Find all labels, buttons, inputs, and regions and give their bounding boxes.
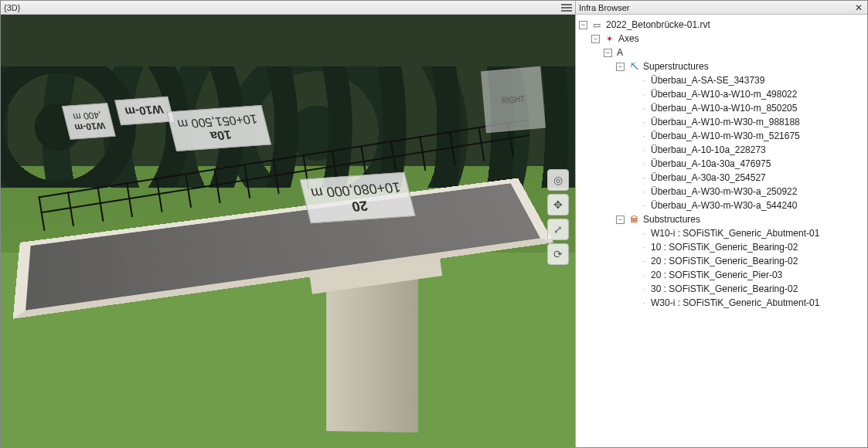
superstructures-icon: ⛏ bbox=[628, 60, 640, 73]
tree-axis-a-label: A bbox=[615, 46, 625, 59]
tree-super-item-2[interactable]: ·Überbau_A-W10-a-W10-m_850205 bbox=[628, 101, 866, 115]
viewport-menu-icon[interactable] bbox=[561, 4, 572, 12]
tree-item-label: 30 : SOFiSTiK_Generic_Bearing-02 bbox=[649, 282, 799, 296]
bridge-pier bbox=[326, 277, 418, 433]
tree-connector-icon: · bbox=[640, 254, 648, 268]
tree-connector-icon: · bbox=[640, 240, 648, 254]
tree-super-item-7[interactable]: ·Überbau_A-30a-30_254527 bbox=[628, 171, 866, 185]
tree-item-label: Überbau_A-10-10a_228273 bbox=[649, 143, 768, 157]
tree-axis-a[interactable]: − A − ⛏ Superstructures bbox=[604, 46, 866, 310]
tree-connector-icon: · bbox=[640, 73, 648, 87]
station-label-20: 20 10+080,000 m bbox=[304, 175, 412, 220]
tree-super-item-5[interactable]: ·Überbau_A-10-10a_228273 bbox=[628, 143, 866, 157]
tree-connector-icon: · bbox=[640, 171, 648, 185]
tree-substructures[interactable]: − 🏛 Substructures ·W10-i : SOFiSTiK_Gene… bbox=[616, 212, 866, 310]
tree-sub-item-0[interactable]: ·W10-i : SOFiSTiK_Generic_Abutment-01 bbox=[628, 226, 866, 240]
viewport-pane: {3D} W10-m ,400 m W10-m bbox=[1, 1, 576, 447]
tree-sub-label: Substructures bbox=[642, 212, 702, 226]
substructures-icon: 🏛 bbox=[628, 213, 640, 226]
collapse-icon[interactable]: − bbox=[616, 63, 625, 71]
tree-connector-icon: · bbox=[640, 129, 648, 143]
collapse-icon[interactable]: − bbox=[604, 49, 612, 57]
tree-super-item-1[interactable]: ·Überbau_A-W10-a-W10-m_498022 bbox=[628, 87, 866, 101]
collapse-icon[interactable]: − bbox=[591, 35, 600, 43]
infra-browser-tree: − ▭ 2022_Betonbrücke-01.rvt − ✶ Axes bbox=[576, 15, 867, 313]
infra-browser-header: Infra Browser ✕ bbox=[576, 1, 867, 15]
collapse-icon[interactable]: − bbox=[579, 21, 587, 29]
tree-item-label: Überbau_A-30a-30_254527 bbox=[649, 171, 768, 185]
tree-connector-icon: · bbox=[640, 143, 648, 157]
view-controls: ◎ ✥ ⤢ ⟳ bbox=[547, 169, 569, 265]
tree-connector-icon: · bbox=[640, 268, 648, 282]
tree-item-label: W10-i : SOFiSTiK_Generic_Abutment-01 bbox=[649, 226, 821, 240]
infra-browser-pane: Infra Browser ✕ − ▭ 2022_Betonbrücke-01.… bbox=[576, 1, 867, 447]
tree-item-label: Überbau_A-W30-m-W30-a_250922 bbox=[649, 185, 798, 199]
tree-super-label: Superstructures bbox=[642, 59, 710, 73]
tree-item-label: Überbau_A-W10-a-W10-m_850205 bbox=[649, 101, 798, 115]
station-label-10a: 10a 10+051,500 m bbox=[171, 108, 267, 148]
axes-icon: ✶ bbox=[603, 32, 615, 45]
tree-super-item-6[interactable]: ·Überbau_A-10a-30a_476975 bbox=[628, 157, 866, 171]
close-icon[interactable]: ✕ bbox=[853, 2, 864, 13]
tree-sub-item-2[interactable]: ·20 : SOFiSTiK_Generic_Bearing-02 bbox=[628, 254, 866, 268]
tree-connector-icon: · bbox=[640, 199, 648, 212]
tree-root-label: 2022_Betonbrücke-01.rvt bbox=[604, 18, 712, 32]
tree-item-label: Überbau_A-W10-m-W30-m_521675 bbox=[649, 129, 802, 143]
tree-connector-icon: · bbox=[640, 282, 648, 296]
tree-sub-item-4[interactable]: ·30 : SOFiSTiK_Generic_Bearing-02 bbox=[628, 282, 866, 296]
viewport-title: {3D} bbox=[4, 3, 20, 12]
station-label-w10m-b: W10-m bbox=[118, 100, 170, 122]
tree-connector-icon: · bbox=[640, 87, 648, 101]
pan-button[interactable]: ✥ bbox=[547, 194, 569, 216]
zoom-button[interactable]: ⤢ bbox=[547, 219, 569, 240]
tree-item-label: Überbau_A-10a-30a_476975 bbox=[649, 157, 772, 171]
tree-super-item-8[interactable]: ·Überbau_A-W30-m-W30-a_250922 bbox=[628, 185, 866, 199]
tree-connector-icon: · bbox=[640, 101, 648, 115]
tree-item-label: 20 : SOFiSTiK_Generic_Pier-03 bbox=[649, 268, 784, 282]
tree-root[interactable]: − ▭ 2022_Betonbrücke-01.rvt − ✶ Axes bbox=[579, 18, 866, 310]
viewport-3d-canvas[interactable]: W10-m ,400 m W10-m 10a 10+051,500 m 20 1… bbox=[1, 15, 575, 447]
tree-connector-icon: · bbox=[640, 296, 648, 310]
station-label-w10m-a: W10-m ,400 m bbox=[66, 106, 112, 136]
tree-item-label: Überbau_A-W30-m-W30-a_544240 bbox=[649, 199, 798, 212]
tree-connector-icon: · bbox=[640, 157, 648, 171]
tree-connector-icon: · bbox=[640, 226, 648, 240]
tree-item-label: Überbau_A-W10-m-W30-m_988188 bbox=[649, 115, 802, 129]
document-icon: ▭ bbox=[591, 19, 603, 31]
steering-wheels-button[interactable]: ◎ bbox=[547, 169, 569, 191]
tree-super-item-3[interactable]: ·Überbau_A-W10-m-W30-m_988188 bbox=[628, 115, 866, 129]
viewport-header: {3D} bbox=[1, 1, 575, 15]
tree-axes[interactable]: − ✶ Axes − A bbox=[591, 32, 866, 310]
tree-connector-icon: · bbox=[640, 115, 648, 129]
tree-super-item-4[interactable]: ·Überbau_A-W10-m-W30-m_521675 bbox=[628, 129, 866, 143]
tree-connector-icon: · bbox=[640, 185, 648, 199]
tree-super-item-9[interactable]: ·Überbau_A-W30-m-W30-a_544240 bbox=[628, 199, 866, 212]
tree-item-label: 10 : SOFiSTiK_Generic_Bearing-02 bbox=[649, 240, 799, 254]
tree-superstructures[interactable]: − ⛏ Superstructures ·Überbau_A-SA-SE_343… bbox=[616, 59, 866, 212]
tree-item-label: 20 : SOFiSTiK_Generic_Bearing-02 bbox=[649, 254, 799, 268]
tree-sub-item-3[interactable]: ·20 : SOFiSTiK_Generic_Pier-03 bbox=[628, 268, 866, 282]
tree-sub-item-5[interactable]: ·W30-i : SOFiSTiK_Generic_Abutment-01 bbox=[628, 296, 866, 310]
collapse-icon[interactable]: − bbox=[616, 216, 625, 224]
tree-item-label: W30-i : SOFiSTiK_Generic_Abutment-01 bbox=[649, 296, 821, 310]
tree-super-item-0[interactable]: ·Überbau_A-SA-SE_343739 bbox=[628, 73, 866, 87]
view-cube-face-label: RIGHT bbox=[502, 94, 526, 105]
view-cube[interactable]: RIGHT bbox=[481, 66, 546, 133]
tree-item-label: Überbau_A-SA-SE_343739 bbox=[649, 73, 766, 87]
infra-browser-title: Infra Browser bbox=[579, 3, 629, 12]
tree-sub-item-1[interactable]: ·10 : SOFiSTiK_Generic_Bearing-02 bbox=[628, 240, 866, 254]
tree-item-label: Überbau_A-W10-a-W10-m_498022 bbox=[649, 87, 798, 101]
tree-axes-label: Axes bbox=[617, 32, 641, 46]
orbit-button[interactable]: ⟳ bbox=[547, 243, 569, 265]
